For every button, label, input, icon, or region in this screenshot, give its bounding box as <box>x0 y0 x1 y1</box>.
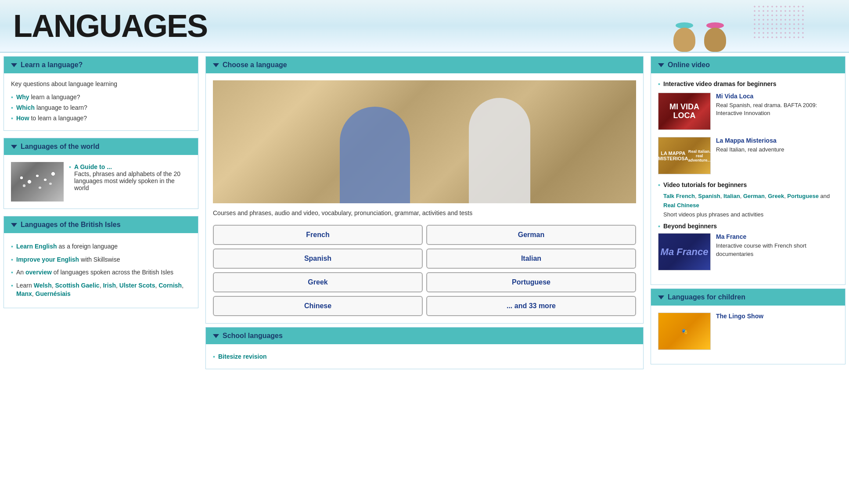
choose-language-header: Choose a language <box>206 57 643 73</box>
german-tutorial-link[interactable]: German <box>743 193 765 199</box>
more-languages-button[interactable]: ... and 33 more <box>426 296 636 316</box>
ulster-scots-link[interactable]: Ulster Scots <box>119 282 155 289</box>
online-video-body: Interactive video dramas for beginners M… <box>651 73 845 284</box>
ma-france-image: Ma France <box>658 234 710 270</box>
british-isles-body: Learn English as a foreign language Impr… <box>4 233 198 308</box>
guernesiais-link[interactable]: Guernésiais <box>36 290 71 297</box>
italian-tutorial-link[interactable]: Italian <box>723 193 740 199</box>
chinese-button[interactable]: Chinese <box>213 296 423 316</box>
bitesize-link[interactable]: Bitesize revision <box>218 353 267 360</box>
mi-vida-loca-link[interactable]: Mi Vida Loca <box>716 93 753 100</box>
lingo-show-item: 🎭 The Lingo Show <box>658 313 838 350</box>
beyond-section-title: Beyond beginners <box>658 223 838 230</box>
left-column: Learn a language? Key questions about la… <box>0 53 202 373</box>
chevron-down-icon <box>658 295 664 299</box>
language-description: Courses and phrases, audio and video, vo… <box>213 209 636 218</box>
lingo-show-link[interactable]: The Lingo Show <box>716 313 763 320</box>
learn-links-list: Why learn a language? Which language to … <box>11 92 191 123</box>
manx-link[interactable]: Manx <box>16 290 32 297</box>
main-content: Learn a language? Key questions about la… <box>0 53 849 373</box>
chevron-down-icon <box>11 145 17 149</box>
header-figures <box>673 22 726 52</box>
world-desc: Facts, phrases and alphabets of the 20 l… <box>74 170 180 191</box>
mappa-misteriosa-image: LA MAPPAMISTERIOSAReal Italian. real adv… <box>658 137 710 174</box>
world-crowd-image <box>11 162 64 202</box>
list-item: Which language to learn? <box>11 102 191 113</box>
learn-intro: Key questions about language learning <box>11 80 191 87</box>
list-item: Why learn a language? <box>11 92 191 102</box>
learn-language-panel: Learn a language? Key questions about la… <box>4 56 198 131</box>
school-languages-header: School languages <box>206 328 643 344</box>
french-button[interactable]: French <box>213 225 423 245</box>
figure-right <box>704 22 726 52</box>
how-link[interactable]: How <box>16 115 29 122</box>
list-item: How to learn a language? <box>11 113 191 123</box>
british-isles-title: Languages of the British Isles <box>21 221 121 229</box>
cornish-link[interactable]: Cornish <box>158 282 182 289</box>
world-text: A Guide to ... Facts, phrases and alphab… <box>69 162 191 193</box>
list-item: Learn English as a foreign language <box>11 240 191 253</box>
chevron-down-icon <box>213 63 219 67</box>
list-item: An overview of languages spoken across t… <box>11 266 191 279</box>
choose-language-body: Courses and phrases, audio and video, vo… <box>206 73 643 323</box>
online-video-header: Online video <box>651 57 845 73</box>
spanish-tutorial-link[interactable]: Spanish <box>698 193 720 199</box>
real-chinese-link[interactable]: Real Chinese <box>663 202 699 209</box>
chevron-down-icon <box>213 334 219 338</box>
mi-vida-loca-info: Mi Vida Loca Real Spanish, real drama. B… <box>716 93 838 117</box>
chevron-down-icon <box>658 63 664 67</box>
dramas-section-title: Interactive video dramas for beginners <box>658 80 838 87</box>
world-languages-header: Languages of the world <box>4 138 198 155</box>
children-languages-header: Languages for children <box>651 289 845 306</box>
list-item: Improve your English with Skillswise <box>11 253 191 266</box>
children-languages-title: Languages for children <box>668 293 745 301</box>
ma-france-info: Ma France Interactive course with French… <box>716 233 838 258</box>
page-header: LANGUAGES <box>0 0 849 53</box>
school-languages-title: School languages <box>223 332 283 340</box>
guide-link[interactable]: A Guide to ... <box>74 163 112 170</box>
ma-france-link[interactable]: Ma France <box>716 233 746 240</box>
tutorials-section-title: Video tutorials for beginners <box>658 181 838 188</box>
welsh-link[interactable]: Welsh <box>34 282 52 289</box>
middle-column: Choose a language Courses and phrases, a… <box>202 53 647 373</box>
dots-decoration <box>752 4 805 40</box>
list-item: A Guide to ... Facts, phrases and alphab… <box>69 162 191 193</box>
learn-language-title: Learn a language? <box>21 61 83 69</box>
greek-button[interactable]: Greek <box>213 272 423 292</box>
why-link[interactable]: Why <box>16 94 29 101</box>
improve-english-link[interactable]: Improve your English <box>16 256 79 263</box>
mi-vida-loca-thumbnail: MI VIDALOCA <box>658 93 711 130</box>
italian-button[interactable]: Italian <box>426 248 636 269</box>
choose-language-panel: Choose a language Courses and phrases, a… <box>205 56 644 324</box>
british-isles-header: Languages of the British Isles <box>4 216 198 233</box>
learn-english-link[interactable]: Learn English <box>16 243 57 250</box>
language-photo <box>213 80 636 203</box>
mappa-misteriosa-thumbnail: LA MAPPAMISTERIOSAReal Italian. real adv… <box>658 137 711 174</box>
ma-france-item: Ma France Ma France Interactive course w… <box>658 233 838 270</box>
learn-language-body: Key questions about language learning Wh… <box>4 73 198 130</box>
mappa-misteriosa-link[interactable]: La Mappa Misteriosa <box>716 137 777 144</box>
greek-tutorial-link[interactable]: Greek <box>768 193 784 199</box>
british-links-list: Learn English as a foreign language Impr… <box>11 240 191 301</box>
mi-vida-loca-item: MI VIDALOCA Mi Vida Loca Real Spanish, r… <box>658 93 838 130</box>
portuguese-button[interactable]: Portuguese <box>426 272 636 292</box>
right-column: Online video Interactive video dramas fo… <box>647 53 849 373</box>
talk-french-link[interactable]: Talk French <box>663 193 695 199</box>
chevron-down-icon <box>11 63 17 67</box>
spanish-button[interactable]: Spanish <box>213 248 423 269</box>
language-photo-inner <box>213 80 636 203</box>
world-languages-body: A Guide to ... Facts, phrases and alphab… <box>4 155 198 209</box>
world-languages-panel: Languages of the world A Guide to ... Fa… <box>4 138 198 209</box>
scottish-gaelic-link[interactable]: Scottish Gaelic <box>55 282 99 289</box>
list-item: Bitesize revision <box>213 351 636 362</box>
language-buttons-grid: French German Spanish Italian Greek Port… <box>213 225 636 316</box>
overview-link[interactable]: overview <box>25 269 52 276</box>
children-languages-body: 🎭 The Lingo Show <box>651 306 845 364</box>
irish-link[interactable]: Irish <box>103 282 116 289</box>
portuguese-tutorial-link[interactable]: Portuguese <box>787 193 819 199</box>
mi-vida-loca-desc: Real Spanish, real drama. BAFTA 2009: In… <box>716 101 838 117</box>
figure-left <box>673 22 695 52</box>
which-link[interactable]: Which <box>16 104 35 111</box>
tutorial-desc: Short videos plus phrases and activities <box>663 211 763 218</box>
german-button[interactable]: German <box>426 225 636 245</box>
